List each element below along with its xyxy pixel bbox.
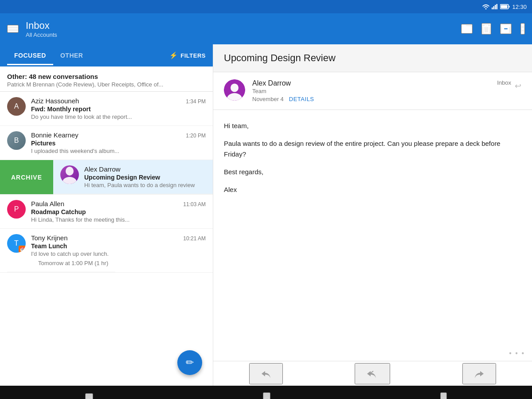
top-bar-actions bbox=[461, 23, 525, 35]
forward-arrow-icon bbox=[474, 369, 485, 378]
email-list: Other: 48 new conversations Patrick M Br… bbox=[0, 66, 213, 386]
detail-avatar-inner bbox=[224, 79, 245, 101]
email-item-5[interactable]: T 📅 Tony Krijnen 10:21 AM Team Lunch I'd… bbox=[0, 229, 213, 273]
email-header-1: Aziz Hassouneh 1:34 PM bbox=[31, 97, 206, 105]
reply-button[interactable] bbox=[249, 363, 283, 384]
reply-all-arrow-icon bbox=[366, 369, 379, 378]
email-content-3: Alex Darrow Upcoming Design Review Hi te… bbox=[84, 165, 206, 188]
tab-focused[interactable]: FOCUSED bbox=[7, 46, 53, 65]
avatar-3 bbox=[60, 165, 79, 184]
body-para-3: Best regards, bbox=[224, 167, 521, 177]
more-button[interactable] bbox=[520, 23, 525, 35]
email-time-5: 10:21 AM bbox=[183, 235, 206, 242]
battery-icon bbox=[500, 4, 510, 9]
more-dots-icon[interactable]: • • • bbox=[509, 349, 525, 357]
avatar-5: T 📅 bbox=[7, 234, 26, 253]
svg-rect-8 bbox=[501, 25, 510, 27]
email-subject-3: Upcoming Design Review bbox=[84, 174, 206, 181]
sender-name-4: Paula Allen bbox=[31, 200, 64, 207]
body-para-2: Paula wants to do a design review of the… bbox=[224, 138, 521, 160]
svg-point-10 bbox=[522, 28, 524, 30]
svg-rect-6 bbox=[509, 6, 510, 8]
person-photo bbox=[224, 79, 245, 101]
avatar-1: A bbox=[7, 97, 26, 116]
filters-button[interactable]: ⚡ FILTERS bbox=[169, 51, 206, 59]
email-item-1[interactable]: A Aziz Hassouneh 1:34 PM Fwd: Monthly re… bbox=[0, 92, 213, 126]
filters-label: FILTERS bbox=[180, 52, 206, 59]
delete-button[interactable] bbox=[481, 23, 491, 35]
status-bar: 12:30 bbox=[0, 0, 532, 13]
compose-button[interactable]: ✏ bbox=[177, 350, 202, 375]
svg-point-15 bbox=[231, 84, 239, 92]
email-header-2: Bonnie Kearney 1:20 PM bbox=[31, 131, 206, 139]
bottom-nav: ◁ ○ □ bbox=[0, 386, 532, 399]
svg-rect-7 bbox=[501, 5, 508, 8]
email-item-4[interactable]: P Paula Allen 11:03 AM Roadmap Catchup H… bbox=[0, 195, 213, 229]
svg-point-13 bbox=[63, 177, 77, 184]
email-subject-4: Roadmap Catchup bbox=[31, 208, 206, 215]
detail-avatar bbox=[224, 79, 245, 101]
bolt-icon: ⚡ bbox=[169, 51, 178, 59]
archive-button[interactable] bbox=[500, 23, 512, 34]
email-time-2: 1:20 PM bbox=[186, 133, 206, 139]
email-header-4: Paula Allen 11:03 AM bbox=[31, 200, 206, 207]
menu-button[interactable] bbox=[7, 25, 19, 33]
email-subject-1: Fwd: Monthly report bbox=[31, 106, 206, 113]
details-link[interactable]: DETAILS bbox=[289, 96, 314, 102]
forward-button[interactable] bbox=[462, 363, 496, 384]
email-time-1: 1:34 PM bbox=[186, 98, 206, 105]
detail-subject: Upcoming Design Review bbox=[224, 52, 521, 64]
detail-date: November 4 bbox=[252, 96, 284, 102]
other-banner-title: Other: 48 new conversations bbox=[7, 73, 206, 80]
detail-sender-info: Alex Darrow Team November 4 DETAILS bbox=[252, 79, 497, 102]
email-content-5: Tony Krijnen 10:21 AM Team Lunch I'd lov… bbox=[31, 234, 206, 257]
svg-point-11 bbox=[522, 31, 524, 34]
email-content-4: Paula Allen 11:03 AM Roadmap Catchup Hi … bbox=[31, 200, 206, 223]
signal-icon bbox=[492, 4, 498, 9]
email-preview-2: I uploaded this weekend's album... bbox=[31, 148, 206, 154]
left-panel: FOCUSED OTHER ⚡ FILTERS Other: 48 new co… bbox=[0, 44, 213, 386]
avatar-badge-5: 📅 bbox=[19, 246, 26, 253]
svg-rect-4 bbox=[497, 4, 498, 9]
email-preview-1: Do you have time to look at the report..… bbox=[31, 113, 206, 120]
email-header-5: Tony Krijnen 10:21 AM bbox=[31, 234, 206, 242]
other-banner: Other: 48 new conversations Patrick M Br… bbox=[0, 66, 213, 92]
compose-icon: ✏ bbox=[186, 357, 194, 368]
back-button[interactable]: ◁ bbox=[85, 393, 93, 399]
sender-name-2: Bonnie Kearney bbox=[31, 131, 78, 139]
app-subtitle: All Accounts bbox=[26, 31, 461, 38]
email-preview-5: I'd love to catch up over lunch. bbox=[31, 250, 206, 257]
person-silhouette bbox=[63, 165, 77, 184]
svg-point-9 bbox=[522, 24, 524, 27]
avatar-2: B bbox=[7, 131, 26, 150]
avatar-4: P bbox=[7, 200, 26, 219]
email-body: Hi team, Paula wants to do a design revi… bbox=[213, 110, 532, 346]
folder-icon bbox=[462, 25, 472, 33]
more-dots-area: • • • bbox=[213, 346, 532, 361]
sender-name-5: Tony Krijnen bbox=[31, 234, 68, 242]
detail-sender-row: Alex Darrow Team November 4 DETAILS Inbo… bbox=[213, 72, 532, 110]
inbox-label: Inbox bbox=[497, 79, 511, 86]
right-panel: Upcoming Design Review Alex Darrow Tea bbox=[213, 44, 532, 386]
email-preview-3: Hi team, Paula wants to do a design revi… bbox=[84, 182, 206, 188]
folder-button[interactable] bbox=[461, 24, 473, 34]
body-para-4: Alex bbox=[224, 184, 521, 195]
svg-rect-1 bbox=[492, 8, 493, 9]
recents-button[interactable]: □ bbox=[440, 392, 447, 399]
svg-point-0 bbox=[485, 8, 487, 10]
more-icon bbox=[521, 24, 524, 34]
home-button[interactable]: ○ bbox=[263, 392, 270, 399]
detail-date-row: November 4 DETAILS bbox=[252, 96, 497, 102]
recents-icon: □ bbox=[441, 395, 446, 399]
svg-rect-2 bbox=[493, 6, 495, 9]
email-subject-2: Pictures bbox=[31, 140, 206, 147]
reply-icon[interactable]: ↩ bbox=[515, 81, 521, 91]
sender-name-1: Aziz Hassouneh bbox=[31, 97, 79, 105]
reply-all-button[interactable] bbox=[355, 363, 390, 384]
wifi-icon bbox=[482, 4, 489, 9]
sender-name-3: Alex Darrow bbox=[84, 165, 121, 173]
email-item-2[interactable]: B Bonnie Kearney 1:20 PM Pictures I uplo… bbox=[0, 126, 213, 160]
status-time: 12:30 bbox=[512, 4, 527, 10]
title-section: Inbox All Accounts bbox=[26, 20, 461, 38]
tab-other[interactable]: OTHER bbox=[53, 46, 90, 65]
